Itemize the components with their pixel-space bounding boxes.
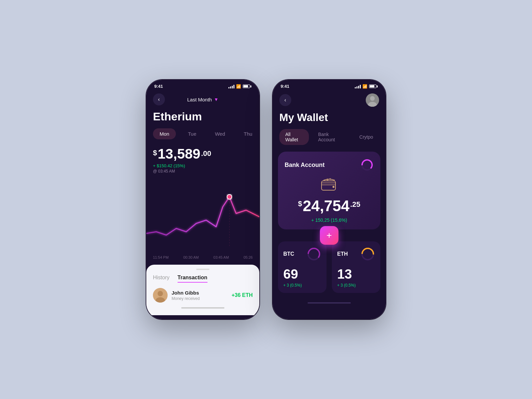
avatar-img [153,288,168,303]
eth-label: ETH [337,251,348,257]
eth-change: + 3 (0.5%) [337,283,375,288]
eth-card: ETH 13 + 3 (0.5%) [332,241,380,293]
add-button[interactable]: + [320,226,338,245]
tab-history[interactable]: History [153,275,170,283]
add-icon: + [327,231,332,240]
bottom-sheet: History Transaction John Gibbs [146,265,259,315]
status-bar: 9:41 📶 [146,80,259,91]
wallet-status-bar: 9:41 📶 [273,80,386,91]
eth-donut-icon [360,247,375,261]
wallet-home-indicator [308,302,351,304]
svg-rect-11 [322,183,335,185]
tx-desc: Money received [172,296,227,301]
time-axis: 11:54 PM 00:30 AM 03:45 AM 05:26 [146,253,259,261]
bank-card: Bank Account [278,152,380,229]
transaction-item: John Gibbs Money received +36 ETH [153,288,253,303]
sheet-handle [196,269,209,270]
dollar-sign: $ [153,149,157,157]
tab-crypto[interactable]: Crytpo [353,132,379,142]
svg-rect-10 [322,181,335,190]
btc-donut-icon [307,247,321,261]
wallet-icon [321,178,337,192]
btc-card-header: BTC [283,247,321,261]
bank-value: 24,754 [303,197,349,215]
wallet-phone: 9:41 📶 ‹ [273,80,386,319]
tx-name: John Gibbs [172,290,227,296]
wallet-status-icons: 📶 [355,84,378,89]
price-change: + $150.42 (15%) [153,163,253,168]
tab-all-wallet[interactable]: All Wallet [279,129,309,145]
signal-icon [228,84,234,88]
home-indicator [181,307,224,309]
price-display: $ 13,589 .00 [153,146,253,162]
wallet-time: 9:41 [281,84,289,89]
time-label-1: 11:54 PM [153,255,169,259]
bank-card-header: Bank Account [285,158,374,172]
wallet-signal-icon [355,84,361,88]
day-tab-thu[interactable]: Thu [237,128,259,139]
time-label-2: 00:30 AM [183,255,199,259]
price-section: $ 13,589 .00 + $150.42 (15%) @ 03:45 AM [146,146,259,177]
price-chart [146,180,259,253]
tab-transaction[interactable]: Transaction [178,275,207,283]
status-icons: 📶 [228,84,251,89]
bank-cents: .25 [350,200,360,209]
chevron-down-icon: ▼ [214,97,218,102]
wallet-back-button[interactable]: ‹ [279,94,291,106]
svg-point-3 [158,291,163,296]
eth-card-header: ETH [337,247,375,261]
btc-value: 69 [283,267,321,282]
tx-info: John Gibbs Money received [172,290,227,301]
btc-label: BTC [283,251,294,257]
btc-card: BTC 69 + 3 (0.5%) [278,241,327,293]
back-button[interactable]: ‹ [153,93,165,105]
day-tab-wed[interactable]: Wed [208,128,232,139]
eth-value: 13 [337,267,375,282]
tx-avatar [153,288,168,303]
tx-amount: +36 ETH [231,292,253,298]
time-label-4: 05:26 [243,255,253,259]
period-selector[interactable]: Last Month ▼ [187,97,218,102]
svg-point-12 [332,186,334,188]
bank-card-title: Bank Account [285,162,325,169]
bank-amount: $ 24,754 .25 [285,197,374,215]
wallet-tabs: All Wallet Bank Account Crytpo [273,129,386,145]
price-cents: .00 [201,149,211,158]
nav-bar: ‹ Last Month ▼ [146,91,259,109]
user-avatar[interactable] [366,93,379,107]
svg-point-6 [370,96,375,101]
coin-title: Etherium [146,109,259,128]
day-tab-tue[interactable]: Tue [181,128,203,139]
wallet-wifi-icon: 📶 [362,84,367,89]
wallet-svg-icon [321,178,337,192]
price-value: 13,589 [158,146,200,162]
battery-icon [243,84,251,88]
etherium-phone: 9:41 📶 ‹ Last Month ▼ [146,80,259,319]
svg-point-13 [327,179,329,181]
tab-bank-account[interactable]: Bank Account [312,129,350,145]
wallet-title: My Wallet [273,110,386,129]
bank-dollar-sign: $ [298,200,302,208]
time: 9:41 [154,84,163,89]
chart-svg [146,180,259,253]
sheet-tabs: History Transaction [153,275,253,283]
user-avatar-img [366,93,379,107]
bank-donut-icon [360,158,374,172]
crypto-grid: BTC 69 + 3 (0.5%) ETH [273,236,386,298]
wifi-icon: 📶 [236,84,241,89]
wallet-nav: ‹ [273,91,386,110]
btc-change: + 3 (0.5%) [283,283,321,288]
bank-change: + 150,25 (15,6%) [285,217,374,223]
price-time: @ 03:45 AM [153,169,253,174]
period-label: Last Month [187,97,212,102]
wallet-battery-icon [369,84,378,88]
day-tabs: Mon Tue Wed Thu [146,128,259,139]
time-label-3: 03:45 AM [213,255,229,259]
day-tab-mon[interactable]: Mon [153,128,176,139]
